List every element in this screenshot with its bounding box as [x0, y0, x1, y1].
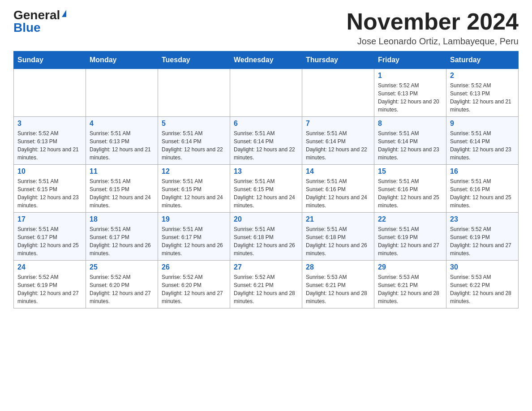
calendar-cell: 24 Sunrise: 5:52 AMSunset: 6:19 PMDaylig… [14, 261, 86, 308]
day-info: Sunrise: 5:51 AMSunset: 6:13 PMDaylight:… [90, 129, 154, 162]
day-info: Sunrise: 5:51 AMSunset: 6:19 PMDaylight:… [378, 225, 442, 257]
day-number: 29 [378, 263, 442, 271]
day-number: 26 [162, 263, 226, 271]
calendar-cell: 16 Sunrise: 5:51 AMSunset: 6:16 PMDaylig… [446, 165, 519, 213]
calendar-cell: 25 Sunrise: 5:52 AMSunset: 6:20 PMDaylig… [86, 261, 158, 308]
calendar-table: SundayMondayTuesdayWednesdayThursdayFrid… [13, 51, 519, 308]
day-info: Sunrise: 5:53 AMSunset: 6:22 PMDaylight:… [450, 273, 515, 305]
calendar-week-row: 1 Sunrise: 5:52 AMSunset: 6:13 PMDayligh… [14, 69, 519, 117]
calendar-cell: 3 Sunrise: 5:52 AMSunset: 6:13 PMDayligh… [14, 117, 86, 165]
page-header: General Blue November 2024 Jose Leonardo… [13, 9, 519, 47]
day-info: Sunrise: 5:52 AMSunset: 6:13 PMDaylight:… [450, 81, 515, 114]
day-number: 27 [234, 263, 298, 271]
logo-general-text: General [13, 9, 60, 21]
weekday-header-wednesday: Wednesday [230, 51, 302, 69]
day-number: 30 [450, 263, 515, 271]
day-number: 20 [234, 215, 298, 223]
logo-blue-text: Blue [13, 21, 41, 34]
calendar-cell: 27 Sunrise: 5:52 AMSunset: 6:21 PMDaylig… [230, 261, 302, 308]
day-info: Sunrise: 5:51 AMSunset: 6:17 PMDaylight:… [162, 225, 226, 257]
day-number: 24 [17, 263, 82, 271]
calendar-cell: 10 Sunrise: 5:51 AMSunset: 6:15 PMDaylig… [14, 165, 86, 213]
calendar-cell: 22 Sunrise: 5:51 AMSunset: 6:19 PMDaylig… [374, 213, 446, 261]
day-number: 14 [306, 167, 370, 176]
day-number: 25 [90, 263, 154, 271]
title-section: November 2024 Jose Leonardo Ortiz, Lamba… [347, 9, 519, 47]
day-number: 2 [450, 72, 515, 80]
day-info: Sunrise: 5:51 AMSunset: 6:16 PMDaylight:… [306, 177, 370, 210]
weekday-header-tuesday: Tuesday [158, 51, 230, 69]
calendar-cell [86, 69, 158, 117]
day-info: Sunrise: 5:51 AMSunset: 6:17 PMDaylight:… [90, 225, 154, 257]
calendar-week-row: 3 Sunrise: 5:52 AMSunset: 6:13 PMDayligh… [14, 117, 519, 165]
day-info: Sunrise: 5:51 AMSunset: 6:16 PMDaylight:… [450, 177, 515, 210]
logo: General Blue [13, 9, 66, 34]
calendar-cell: 2 Sunrise: 5:52 AMSunset: 6:13 PMDayligh… [446, 69, 519, 117]
calendar-cell [158, 69, 230, 117]
weekday-header-thursday: Thursday [302, 51, 374, 69]
day-info: Sunrise: 5:51 AMSunset: 6:18 PMDaylight:… [306, 225, 370, 257]
calendar-cell [302, 69, 374, 117]
calendar-cell [230, 69, 302, 117]
calendar-cell: 15 Sunrise: 5:51 AMSunset: 6:16 PMDaylig… [374, 165, 446, 213]
calendar-cell: 9 Sunrise: 5:51 AMSunset: 6:14 PMDayligh… [446, 117, 519, 165]
day-number: 9 [450, 120, 515, 128]
weekday-header-row: SundayMondayTuesdayWednesdayThursdayFrid… [14, 51, 519, 69]
calendar-cell: 19 Sunrise: 5:51 AMSunset: 6:17 PMDaylig… [158, 213, 230, 261]
day-info: Sunrise: 5:51 AMSunset: 6:15 PMDaylight:… [17, 177, 82, 210]
weekday-header-friday: Friday [374, 51, 446, 69]
day-info: Sunrise: 5:51 AMSunset: 6:15 PMDaylight:… [234, 177, 298, 210]
calendar-cell [14, 69, 86, 117]
calendar-cell: 28 Sunrise: 5:53 AMSunset: 6:21 PMDaylig… [302, 261, 374, 308]
day-number: 13 [234, 167, 298, 176]
calendar-cell: 21 Sunrise: 5:51 AMSunset: 6:18 PMDaylig… [302, 213, 374, 261]
day-number: 19 [162, 215, 226, 223]
location-title: Jose Leonardo Ortiz, Lambayeque, Peru [347, 36, 519, 47]
month-title: November 2024 [347, 9, 519, 34]
day-info: Sunrise: 5:51 AMSunset: 6:18 PMDaylight:… [234, 225, 298, 257]
day-info: Sunrise: 5:52 AMSunset: 6:19 PMDaylight:… [450, 225, 515, 257]
day-number: 6 [234, 120, 298, 128]
day-info: Sunrise: 5:52 AMSunset: 6:20 PMDaylight:… [90, 273, 154, 305]
day-number: 4 [90, 120, 154, 128]
day-info: Sunrise: 5:51 AMSunset: 6:15 PMDaylight:… [90, 177, 154, 210]
calendar-cell: 11 Sunrise: 5:51 AMSunset: 6:15 PMDaylig… [86, 165, 158, 213]
day-number: 15 [378, 167, 442, 176]
day-info: Sunrise: 5:51 AMSunset: 6:14 PMDaylight:… [450, 129, 515, 162]
calendar-cell: 6 Sunrise: 5:51 AMSunset: 6:14 PMDayligh… [230, 117, 302, 165]
day-info: Sunrise: 5:51 AMSunset: 6:14 PMDaylight:… [234, 129, 298, 162]
day-info: Sunrise: 5:53 AMSunset: 6:21 PMDaylight:… [378, 273, 442, 305]
calendar-cell: 8 Sunrise: 5:51 AMSunset: 6:14 PMDayligh… [374, 117, 446, 165]
calendar-cell: 12 Sunrise: 5:51 AMSunset: 6:15 PMDaylig… [158, 165, 230, 213]
day-info: Sunrise: 5:51 AMSunset: 6:14 PMDaylight:… [378, 129, 442, 162]
calendar-week-row: 17 Sunrise: 5:51 AMSunset: 6:17 PMDaylig… [14, 213, 519, 261]
day-info: Sunrise: 5:51 AMSunset: 6:17 PMDaylight:… [17, 225, 82, 257]
day-number: 7 [306, 120, 370, 128]
calendar-cell: 5 Sunrise: 5:51 AMSunset: 6:14 PMDayligh… [158, 117, 230, 165]
day-number: 28 [306, 263, 370, 271]
day-info: Sunrise: 5:53 AMSunset: 6:21 PMDaylight:… [306, 273, 370, 305]
day-info: Sunrise: 5:51 AMSunset: 6:15 PMDaylight:… [162, 177, 226, 210]
day-info: Sunrise: 5:52 AMSunset: 6:13 PMDaylight:… [17, 129, 82, 162]
calendar-cell: 30 Sunrise: 5:53 AMSunset: 6:22 PMDaylig… [446, 261, 519, 308]
day-info: Sunrise: 5:51 AMSunset: 6:14 PMDaylight:… [306, 129, 370, 162]
day-info: Sunrise: 5:52 AMSunset: 6:21 PMDaylight:… [234, 273, 298, 305]
day-number: 8 [378, 120, 442, 128]
calendar-week-row: 10 Sunrise: 5:51 AMSunset: 6:15 PMDaylig… [14, 165, 519, 213]
day-number: 12 [162, 167, 226, 176]
calendar-cell: 4 Sunrise: 5:51 AMSunset: 6:13 PMDayligh… [86, 117, 158, 165]
calendar-cell: 17 Sunrise: 5:51 AMSunset: 6:17 PMDaylig… [14, 213, 86, 261]
calendar-cell: 7 Sunrise: 5:51 AMSunset: 6:14 PMDayligh… [302, 117, 374, 165]
day-info: Sunrise: 5:52 AMSunset: 6:19 PMDaylight:… [17, 273, 82, 305]
calendar-cell: 29 Sunrise: 5:53 AMSunset: 6:21 PMDaylig… [374, 261, 446, 308]
calendar-cell: 23 Sunrise: 5:52 AMSunset: 6:19 PMDaylig… [446, 213, 519, 261]
calendar-week-row: 24 Sunrise: 5:52 AMSunset: 6:19 PMDaylig… [14, 261, 519, 308]
day-number: 10 [17, 167, 82, 176]
calendar-cell: 20 Sunrise: 5:51 AMSunset: 6:18 PMDaylig… [230, 213, 302, 261]
weekday-header-saturday: Saturday [446, 51, 519, 69]
day-number: 1 [378, 72, 442, 80]
calendar-cell: 26 Sunrise: 5:52 AMSunset: 6:20 PMDaylig… [158, 261, 230, 308]
day-info: Sunrise: 5:51 AMSunset: 6:14 PMDaylight:… [162, 129, 226, 162]
day-number: 23 [450, 215, 515, 223]
day-number: 21 [306, 215, 370, 223]
